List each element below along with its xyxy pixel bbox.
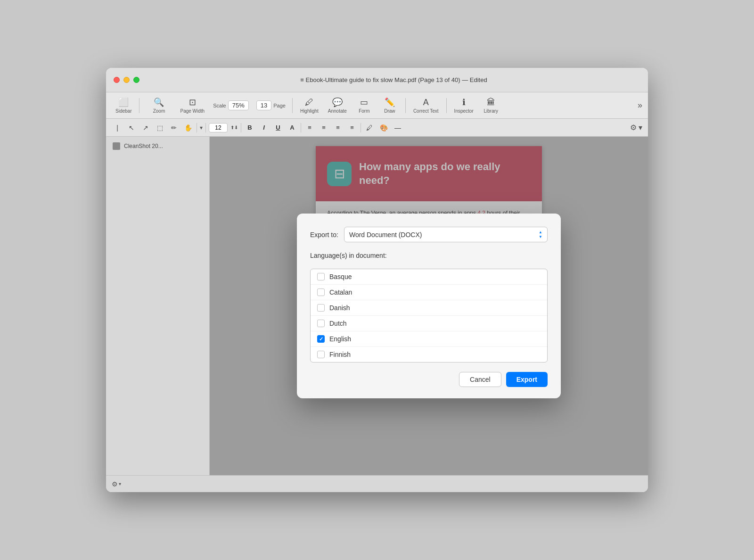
form-label: Form: [359, 108, 369, 114]
zoom-out-button[interactable]: 🔍 Zoom: [147, 95, 171, 115]
sec-sep-4: [301, 123, 301, 132]
export-to-row: Export to: Word Document (DOCX) ▲ ▼: [310, 227, 548, 242]
sidebar-item[interactable]: CleanShot 20...: [110, 140, 205, 152]
inspector-label: Inspector: [454, 108, 474, 114]
checkbox-basque[interactable]: [317, 273, 325, 280]
gear-chevron-icon: ▾: [119, 481, 121, 486]
lang-name-english: English: [329, 335, 351, 343]
cancel-button[interactable]: Cancel: [459, 372, 501, 387]
form-button[interactable]: ▭ Form: [352, 95, 376, 115]
pen-tool-button[interactable]: 🖊: [364, 122, 375, 133]
italic-button[interactable]: I: [258, 122, 270, 133]
sec-sep-1: [197, 123, 197, 132]
select-chevrons: ▲ ▼: [539, 230, 542, 239]
checkbox-dutch[interactable]: [317, 320, 325, 327]
line-style-button[interactable]: —: [392, 122, 403, 133]
pencil-button[interactable]: ✏: [168, 122, 180, 133]
sidebar-item-label: CleanShot 20...: [124, 143, 163, 149]
annotate-label: Annotate: [328, 108, 347, 114]
library-button[interactable]: 🏛 Library: [479, 96, 503, 115]
modal-buttons: Cancel Export: [310, 372, 548, 387]
highlight-button[interactable]: 🖊 Highlight: [296, 96, 322, 115]
draw-icon: ✏️: [385, 97, 395, 107]
color-fill-button[interactable]: 🎨: [378, 122, 389, 133]
annotate-button[interactable]: 💬 Annotate: [324, 95, 351, 115]
export-button[interactable]: Export: [506, 372, 548, 387]
lang-item-english[interactable]: English: [311, 331, 547, 347]
lang-item-catalan[interactable]: Catalan: [311, 285, 547, 300]
page-width-icon: ⊡: [189, 97, 196, 107]
sidebar-panel: CleanShot 20...: [106, 137, 210, 475]
document-area: ⊟ How many apps do we really need? Accor…: [210, 137, 648, 475]
lang-name-finnish: Finnish: [329, 351, 351, 358]
export-to-label: Export to:: [310, 231, 338, 239]
correct-text-label: Correct Text: [413, 108, 439, 114]
main-toolbar: ⬜ Sidebar 🔍 Zoom ⊡ Page Width Scale 75% …: [106, 92, 648, 119]
select-box-button[interactable]: ⬚: [154, 122, 165, 133]
hand-button[interactable]: ✋: [182, 122, 194, 133]
gear-icon: ⚙: [112, 480, 118, 488]
checkbox-catalan[interactable]: [317, 288, 325, 296]
sidebar-label: Sidebar: [115, 108, 131, 114]
sidebar-button[interactable]: ⬜ Sidebar: [112, 95, 135, 115]
zoom-group: 🔍 Zoom: [143, 95, 174, 115]
more-button[interactable]: »: [638, 100, 642, 110]
text-cursor-button[interactable]: |: [112, 122, 123, 133]
page-input[interactable]: 13: [256, 100, 271, 110]
draw-label: Draw: [384, 108, 395, 114]
toolbar-sep-3: [405, 98, 406, 113]
lang-name-dutch: Dutch: [329, 320, 347, 327]
thumbnail-icon: [113, 142, 120, 150]
title-bar: ≡ Ebook-Ultimate guide to fix slow Mac.p…: [106, 68, 648, 92]
toolbar-settings-button[interactable]: ⚙ ▾: [630, 123, 642, 132]
checkbox-danish[interactable]: [317, 304, 325, 312]
inspector-button[interactable]: ℹ Inspector: [451, 95, 477, 115]
minimize-button[interactable]: [123, 77, 130, 83]
languages-label: Language(s) in document:: [310, 252, 548, 259]
modal-overlay: Export to: Word Document (DOCX) ▲ ▼ Lang…: [210, 137, 648, 475]
lang-name-danish: Danish: [329, 304, 350, 312]
align-left-button[interactable]: ≡: [304, 122, 315, 133]
export-format-value: Word Document (DOCX): [349, 231, 422, 239]
font-color-button[interactable]: A: [287, 122, 298, 133]
zoom-out-icon: 🔍: [154, 97, 164, 107]
export-format-select[interactable]: Word Document (DOCX) ▲ ▼: [344, 227, 548, 242]
page-label: Page: [273, 103, 286, 108]
align-justify-button[interactable]: ≡: [346, 122, 358, 133]
secondary-toolbar: | ↖ ↗ ⬚ ✏ ✋ ▾ ⬆⬇ B I U A ≡ ≡ ≡ ≡ 🖊 🎨 — ⚙…: [106, 119, 648, 137]
zoom-value[interactable]: 75%: [228, 100, 249, 110]
main-content: CleanShot 20... ⊟ How many apps do we re…: [106, 137, 648, 475]
page-width-button[interactable]: ⊡ Page Width: [176, 95, 208, 115]
inspector-icon: ℹ: [462, 97, 466, 107]
lang-name-basque: Basque: [329, 273, 352, 280]
close-button[interactable]: [114, 77, 120, 83]
font-dropdown-arrow[interactable]: ▾: [200, 124, 203, 131]
underline-button[interactable]: U: [272, 122, 284, 133]
correct-text-icon: A: [423, 98, 429, 107]
sec-sep-2: [205, 123, 206, 132]
font-size-input[interactable]: [209, 123, 228, 132]
highlight-label: Highlight: [300, 108, 319, 114]
select-button[interactable]: ↖: [126, 122, 137, 133]
lang-item-finnish[interactable]: Finnish: [311, 347, 547, 362]
lang-item-basque[interactable]: Basque: [311, 269, 547, 285]
toolbar-sep-1: [139, 98, 139, 113]
window-title: ≡ Ebook-Ultimate guide to fix slow Mac.p…: [147, 76, 640, 83]
bold-button[interactable]: B: [244, 122, 255, 133]
checkbox-finnish[interactable]: [317, 351, 325, 358]
pointer-button[interactable]: ↗: [140, 122, 151, 133]
correct-text-button[interactable]: A Correct Text: [410, 96, 443, 115]
checkbox-english[interactable]: [317, 335, 325, 343]
footer-settings-button[interactable]: ⚙ ▾: [112, 480, 121, 488]
lang-item-danish[interactable]: Danish: [311, 300, 547, 316]
align-right-button[interactable]: ≡: [332, 122, 344, 133]
lang-item-dutch[interactable]: Dutch: [311, 316, 547, 331]
lang-name-catalan: Catalan: [329, 288, 352, 296]
draw-button[interactable]: ✏️ Draw: [378, 95, 402, 115]
align-center-button[interactable]: ≡: [318, 122, 329, 133]
maximize-button[interactable]: [133, 77, 139, 83]
highlight-icon: 🖊: [305, 98, 313, 107]
font-size-stepper[interactable]: ⬆⬇: [230, 125, 238, 130]
annotate-icon: 💬: [332, 97, 343, 107]
sidebar-icon: ⬜: [118, 97, 129, 107]
